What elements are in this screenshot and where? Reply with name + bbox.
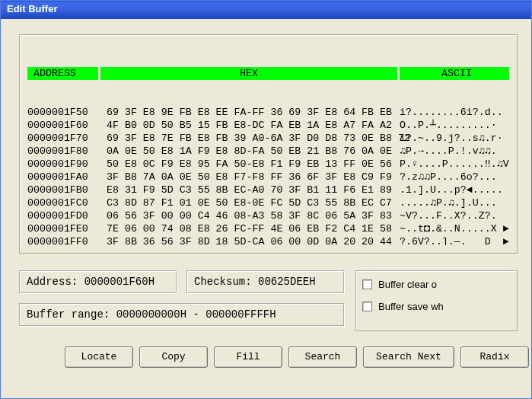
hex-row[interactable]: 0000001F80 0A 0E 50 E8 1A F9 E8 8D-FA 50… xyxy=(27,145,509,158)
cell-ascii: .1.].U...p?◄..... xyxy=(400,184,509,196)
cell-hex: 50 E8 0C F9 E8 95 FA 50-E8 F1 F9 EB 13 F… xyxy=(100,158,397,171)
hex-row[interactable]: 0000001F50 69 3F E8 9E FB E8 EE FA-FF 36… xyxy=(27,106,509,119)
cell-address: 0000001F50 xyxy=(27,106,98,119)
content-area: ADDRESS HEX ASCII 0000001F50 69 3F E8 9E… xyxy=(1,19,531,375)
fill-button[interactable]: Fill xyxy=(214,346,282,368)
cell-address: 0000001FB0 xyxy=(27,184,98,196)
button-row: Locate Copy Fill Search Search Next Radi… xyxy=(65,346,518,368)
cell-address: 0000001F70 xyxy=(27,132,98,145)
cell-address: 0000001FD0 xyxy=(27,209,98,222)
hex-row[interactable]: 0000001FF0 3F 8B 36 56 3F 8D 18 5D-CA 06… xyxy=(27,235,509,245)
buffer-save-row[interactable]: Buffer save wh xyxy=(362,301,511,312)
cell-ascii: i?.~..9.j?..s♫.r· xyxy=(400,132,509,145)
cell-address: 0000001F60 xyxy=(27,119,98,132)
hex-row[interactable]: 0000001FD0 06 56 3F 00 00 C4 46 08-A3 58… xyxy=(27,209,509,222)
locate-button[interactable]: Locate xyxy=(65,346,133,368)
hex-row[interactable]: 0000001F60 4F B0 0D 50 B5 15 FB E8-DC FA… xyxy=(27,119,509,132)
cell-hex: 69 3F E8 9E FB E8 EE FA-FF 36 69 3F E8 6… xyxy=(100,106,397,119)
search-button[interactable]: Search xyxy=(288,346,357,368)
hex-row[interactable]: 0000001F70 69 3F E8 7E FB E8 FB 39 A0-6A… xyxy=(27,132,509,145)
cell-ascii: .....♫P.♫.].U... xyxy=(400,196,509,209)
cell-address: 0000001FA0 xyxy=(27,171,98,184)
cell-address: 0000001FE0 xyxy=(27,222,98,235)
window-title: Edit Buffer xyxy=(7,3,57,14)
buffer-save-label: Buffer save wh xyxy=(378,301,444,312)
checksum-value: 00625DEEH xyxy=(258,276,316,288)
buffer-clear-label: Buffer clear o xyxy=(378,279,437,290)
hex-panel: ADDRESS HEX ASCII 0000001F50 69 3F E8 9E… xyxy=(19,34,518,254)
cell-address: 0000001F80 xyxy=(27,145,98,158)
cell-ascii: i?........6i?.d.. xyxy=(400,106,509,119)
cell-hex: C3 8D 87 F1 01 0E 50 E8-0E FC 5D C3 55 8… xyxy=(100,196,397,209)
cell-address: 0000001FF0 xyxy=(27,235,98,245)
hex-row[interactable]: 0000001FE0 7E 06 00 74 08 E8 26 FC-FF 4E… xyxy=(27,222,509,235)
info-left: Address: 0000001F60H Checksum: 00625DEEH… xyxy=(19,270,345,331)
cell-ascii: ♫P.→....P.!.v♫♫. xyxy=(400,145,509,158)
address-field: Address: 0000001F60H xyxy=(19,270,177,294)
cell-hex: 4F B0 0D 50 B5 15 FB E8-DC FA EB 1A E8 A… xyxy=(100,119,397,132)
info-row: Address: 0000001F60H Checksum: 00625DEEH… xyxy=(19,270,518,331)
cell-ascii: ?.z♫♫P....6o?... xyxy=(400,171,509,184)
hex-view[interactable]: ADDRESS HEX ASCII 0000001F50 69 3F E8 9E… xyxy=(27,41,509,245)
hex-row[interactable]: 0000001FB0 E8 31 F9 5D C3 55 8B EC-A0 70… xyxy=(27,184,509,196)
range-value: 0000000000H - 000000FFFFH xyxy=(116,308,276,321)
cell-hex: 0A 0E 50 E8 1A F9 E8 8D-FA 50 EB 21 B8 7… xyxy=(100,145,397,158)
copy-button[interactable]: Copy xyxy=(139,346,208,368)
cell-ascii: ~..t◘.&..N.....X ► xyxy=(400,222,509,235)
checksum-field: Checksum: 00625DEEH xyxy=(186,270,345,294)
hex-row[interactable]: 0000001FC0 C3 8D 87 F1 01 0E 50 E8-0E FC… xyxy=(27,196,509,209)
cell-address: 0000001F90 xyxy=(27,158,98,171)
cell-ascii: O..P.┴.........· xyxy=(400,119,509,132)
address-label: Address: xyxy=(27,276,84,288)
checkbox-icon[interactable] xyxy=(362,302,372,311)
titlebar: Edit Buffer xyxy=(1,1,531,19)
cell-ascii: P.♀....P......‼.♫V· xyxy=(400,158,509,171)
cell-hex: 3F 8B 36 56 3F 8D 18 5D-CA 06 00 0D 0A 2… xyxy=(100,235,397,245)
header-hex: HEX xyxy=(100,67,397,80)
hex-row[interactable]: 0000001FA0 3F B8 7A 0A 0E 50 E8 F7-F8 FF… xyxy=(27,171,509,184)
checkbox-icon[interactable] xyxy=(362,279,372,289)
cell-ascii: ~V?...F..X?..Z?. xyxy=(400,209,509,222)
options-panel: Buffer clear o Buffer save wh xyxy=(355,270,518,331)
search-next-button[interactable]: Search Next xyxy=(363,346,454,368)
header-ascii: ASCII xyxy=(400,67,509,80)
checksum-label: Checksum: xyxy=(194,276,258,288)
radix-button[interactable]: Radix xyxy=(460,346,529,368)
addr-chk-row: Address: 0000001F60H Checksum: 00625DEEH xyxy=(19,270,345,294)
cell-hex: 06 56 3F 00 00 C4 46 08-A3 58 3F 8C 06 5… xyxy=(100,209,397,222)
cell-ascii: ?.6V?..].—. D ► xyxy=(400,235,509,245)
header-row: ADDRESS HEX ASCII xyxy=(27,67,509,80)
address-value: 0000001F60H xyxy=(84,276,155,288)
cell-address: 0000001FC0 xyxy=(27,196,98,209)
cell-hex: 7E 06 00 74 08 E8 26 FC-FF 4E 06 EB F2 C… xyxy=(100,222,397,235)
hex-row[interactable]: 0000001F90 50 E8 0C F9 E8 95 FA 50-E8 F1… xyxy=(27,158,509,171)
range-label: Buffer range: xyxy=(27,308,116,321)
header-address: ADDRESS xyxy=(27,67,98,80)
cell-hex: 69 3F E8 7E FB E8 FB 39 A0-6A 3F D0 D8 7… xyxy=(100,132,397,145)
cell-hex: 3F B8 7A 0A 0E 50 E8 F7-F8 FF 36 6F 3F E… xyxy=(100,171,397,184)
edit-buffer-window: Edit Buffer ADDRESS HEX ASCII 0000001F50… xyxy=(0,0,532,399)
cell-hex: E8 31 F9 5D C3 55 8B EC-A0 70 3F B1 11 F… xyxy=(100,184,397,196)
buffer-clear-row[interactable]: Buffer clear o xyxy=(362,279,511,290)
buffer-range-field: Buffer range: 0000000000H - 000000FFFFH xyxy=(19,303,345,327)
